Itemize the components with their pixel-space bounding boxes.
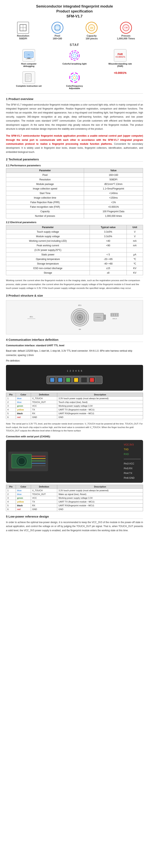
svg-rect-39 — [115, 314, 116, 316]
table-row: ESD non-contact discharge±15KV — [6, 266, 143, 271]
elec-col-param: Parameter — [6, 225, 90, 230]
table-row: False recognition rate (FAR)<0.0001% — [6, 205, 143, 209]
pin2-col-def: Definition — [31, 485, 57, 489]
pin-col-desc: Description — [57, 393, 143, 397]
table-row: (3.3V power supply,25℃) — [6, 248, 143, 252]
table-row: Capacity100 Fingerprint Data — [6, 209, 143, 214]
elec-col-unit: Unit — [127, 225, 143, 230]
section-1-heading: 1 Product overview — [6, 97, 143, 101]
pixel-icon — [51, 22, 64, 34]
spec-capacity-value: 100 pieces — [85, 37, 98, 40]
feature-color-label: Color/frequency Adjustable — [61, 85, 88, 90]
table-row: Touch supply voltage3.3±5%V — [6, 230, 143, 234]
svg-text:7.13mm: 7.13mm — [95, 316, 101, 318]
feature-instruction-label: Complete instruction set — [16, 85, 42, 87]
col-parameter: Parameter — [6, 168, 84, 173]
feature-breathing-light: Colorful breathing light — [61, 49, 88, 67]
pin-definition-table-2: Pin Color Definition Description 1blueV_… — [6, 485, 143, 511]
table-row: Static power< 5μA — [6, 252, 143, 257]
pin-row: 3greenVCCWorking power supply voltage 3.… — [6, 496, 143, 500]
svg-text:× 1M: × 1M — [124, 27, 127, 28]
comm-interface-text: Communication interface: standard UART T… — [6, 343, 143, 348]
svg-rect-51 — [66, 378, 70, 382]
svg-rect-53 — [82, 378, 86, 382]
svg-rect-12 — [27, 58, 30, 59]
svg-point-30 — [79, 316, 81, 318]
capacity-icon: 100 — [85, 22, 98, 34]
section-5-heading: 5 Low-power reference design — [6, 515, 143, 519]
pin-row: 6redGNDGND — [6, 507, 143, 511]
far-icon: FAR <0.0001% — [114, 49, 127, 62]
elec-col-typical: Typical value — [90, 225, 127, 230]
section-3-heading: 3 Product structure & size — [6, 294, 143, 298]
features-row2: Complete instruction set Color/frequency… — [6, 71, 143, 91]
table-row: Working current (not including LED)<40mA — [6, 239, 143, 243]
table-row: Pixel160×160 — [6, 173, 143, 177]
color-adjustable-icon — [68, 71, 81, 84]
spec-capacity-label: Capacity — [86, 34, 97, 37]
pin-col-pin: Pin — [6, 393, 16, 397]
electrical-table: Parameter Typical value Unit Touch suppl… — [6, 225, 143, 275]
svg-rect-49 — [50, 378, 54, 382]
svg-rect-54 — [90, 378, 94, 382]
structure-visual: Ø21 Ø21 Ø8 — [8, 302, 141, 332]
section-2-1-heading: 2.1 Performance parameters — [6, 164, 143, 167]
pin2-col-color: Color — [16, 485, 31, 489]
pin-row: 1blueV_TOUCH3.3V touch power supply (mus… — [6, 489, 143, 492]
table-row: Resolution508DPI — [6, 177, 143, 182]
section-1-text1: The SFM-V1.7 integrated semiconductor fi… — [6, 103, 143, 131]
spec-presses-label: Presses — [121, 34, 130, 37]
pin-row: 1blueV_TOUCH3.3V touch power supply (mus… — [6, 397, 143, 400]
spec-resolution-value: 508DPI — [19, 37, 27, 40]
pin2-col-pin: Pin — [6, 485, 16, 489]
svg-rect-52 — [74, 378, 78, 382]
svg-text:PC: PC — [28, 54, 30, 56]
product-structure-diagram: Ø21 Ø21 Ø8 — [6, 300, 143, 334]
pin-note: Note: The serial part is 3.3V TTL level,… — [6, 421, 143, 433]
breathing-light-icon — [68, 49, 81, 62]
spec-pixel-value: 160×160 — [53, 37, 62, 40]
pin-row: 4yellowTXUART TX (fingerprint module→MCU… — [6, 500, 143, 504]
spec-resolution: Resolution 508DPI — [11, 22, 35, 40]
specs-row: Resolution 508DPI Pixel 160×160 100 Capa… — [6, 22, 143, 41]
pin-definition-table: Pin Color Definition Description 1blueV_… — [6, 393, 143, 419]
table-row: Image collection speed1.1<5ms/Fingerprin… — [6, 187, 143, 191]
col-value: Value — [84, 168, 143, 173]
svg-text:100: 100 — [90, 27, 93, 29]
performance-table: Parameter Value Pixel160×160Resolution50… — [6, 168, 143, 218]
far-value-label: <0.0001% — [114, 71, 126, 74]
serial-port-image: VCC:3V3 TXD RXD ────────── Pin3:VCC Pin5… — [6, 440, 143, 483]
svg-text:XH1.0: XH1.0 — [113, 318, 117, 319]
pin-def-label: Pin definition: — [6, 359, 143, 363]
svg-point-3 — [54, 25, 60, 31]
svg-rect-50 — [58, 378, 62, 382]
svg-rect-37 — [111, 314, 113, 316]
instruction-set-icon — [22, 71, 35, 84]
spec-resolution-label: Resolution — [17, 34, 29, 37]
svg-point-16 — [73, 54, 76, 57]
feature-instruction-set: Complete instruction set — [16, 71, 42, 90]
feature-host-computer: PC Host computer debugging — [16, 49, 42, 67]
spec-pixel-label: Pixel — [55, 34, 60, 37]
module-circle-left: Ø21 Ø8 — [70, 304, 90, 330]
features-row: PC Host computer debugging Colorful brea… — [6, 49, 143, 69]
working-current-note: Working current: the current when the fi… — [6, 277, 143, 290]
pin-row: 6redGNDGND — [6, 415, 143, 419]
svg-point-57 — [18, 458, 25, 465]
section-2-2-heading: 2.2 Electrical parameters — [6, 221, 143, 224]
table-row: Storage temperature-40~+80℃ — [6, 261, 143, 266]
table-row: Image collection time<150ms — [6, 196, 143, 200]
pin2-col-desc: Description — [57, 485, 143, 489]
divider-1 — [6, 93, 143, 94]
spec-capacity: 100 Capacity 100 pieces — [80, 22, 103, 40]
pin-row: 2blueTOUCH_OUTTouch chip output (low), f… — [6, 400, 143, 404]
pin-row: 5blackRXUART RX(fingerprint module→MCU) — [6, 504, 143, 507]
resolution-icon — [17, 22, 29, 34]
table-row: Start Time<140ms — [6, 191, 143, 196]
table-row: Module supply voltage3.3±5%V — [6, 234, 143, 239]
brand-label: STAF — [6, 43, 143, 47]
spec-presses: × 1M Presses 1,000,000 Times — [114, 22, 138, 40]
table-row: False Rejection Rate (FRR)<1% — [6, 200, 143, 205]
feature-far-label: Misunderstanding rate (FAR) — [107, 63, 133, 67]
table-row: Storage±8KV — [6, 271, 143, 275]
